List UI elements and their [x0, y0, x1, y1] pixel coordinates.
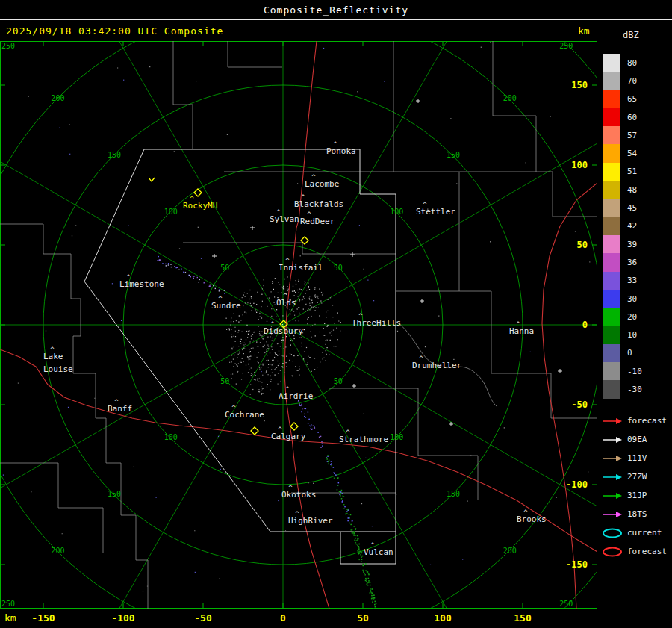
dbz-value: 33 — [627, 276, 637, 285]
legend-row: forecast — [602, 542, 667, 561]
dbz-value: -30 — [627, 385, 642, 394]
dbz-value: 42 — [627, 221, 637, 231]
dbz-colorbar: 807065605754514845423936333020100-10-30 — [603, 54, 642, 399]
dbz-swatch — [603, 72, 620, 90]
city-label: Airdrie — [279, 391, 313, 401]
legend-row: 31JP — [602, 486, 667, 505]
dbz-value: 80 — [627, 58, 637, 68]
range-ring-label: 150 — [108, 490, 121, 498]
dbz-swatch — [603, 253, 620, 271]
dbz-scale-row: 65 — [603, 90, 642, 108]
dbz-scale-row: 48 — [603, 181, 642, 199]
echo-plus-mark — [558, 369, 562, 373]
dbz-scale-row: 30 — [603, 290, 642, 308]
track-arrow-icon — [602, 491, 623, 501]
radar-canvas[interactable]: ^^^^^^^^^^^^^^^^^^^^^^^^^505050501001001… — [0, 41, 597, 609]
dbz-swatch — [603, 272, 620, 290]
y-axis-unit: km — [578, 25, 590, 37]
city-label: Didsbury — [264, 326, 303, 336]
track-arrow-icon — [602, 453, 623, 464]
dbz-scale-row: 51 — [603, 163, 642, 181]
y-axis-label: 0 — [582, 320, 588, 330]
dbz-value: 65 — [627, 94, 637, 104]
city-label: RockyMH — [183, 201, 217, 211]
header-row: 2025/09/18 03:42:00 UTC Composite km — [0, 21, 672, 40]
range-ring-label: 150 — [447, 490, 460, 498]
dbz-swatch — [603, 54, 620, 72]
city-label: Cochrane — [225, 410, 264, 420]
range-ring-label: 150 — [108, 151, 121, 159]
range-ring-label: 100 — [164, 433, 178, 441]
legend-row: 18TS — [602, 505, 667, 523]
range-ring-label: 250 — [559, 42, 573, 50]
city-label: Limestone — [119, 279, 164, 289]
dbz-value: 39 — [627, 240, 637, 249]
city-label: Olds — [276, 298, 296, 308]
legend-row: forecast — [602, 411, 667, 430]
dbz-value: 48 — [627, 185, 637, 195]
storm-ellipse-icon — [602, 547, 623, 557]
track-arrow-icon — [602, 472, 623, 482]
legend-row: current — [602, 523, 667, 542]
dbz-scale-row: 36 — [603, 253, 642, 271]
dbz-value: 30 — [627, 294, 637, 304]
range-ring-label: 200 — [503, 547, 517, 555]
storm-ellipse-icon — [602, 528, 623, 538]
range-ring-label: 50 — [334, 377, 343, 385]
x-axis: km -150-100-50050100150 — [0, 609, 597, 628]
city-label: Lacombe — [305, 179, 339, 189]
dbz-swatch — [603, 126, 620, 144]
y-axis-label: 150 — [571, 80, 588, 90]
city-label: Calgary — [271, 432, 306, 441]
x-axis-label: -150 — [31, 612, 55, 624]
dbz-swatch — [603, 144, 620, 162]
echo-plus-mark — [420, 299, 424, 303]
dbz-value: 60 — [627, 113, 637, 122]
echo-plus-mark — [350, 252, 355, 257]
legend-row: 09EA — [602, 430, 667, 449]
dbz-scale-row: 45 — [603, 199, 642, 217]
dbz-value: 45 — [627, 203, 637, 213]
city-label: Ponoka — [326, 146, 356, 156]
radar-plot[interactable]: ^^^^^^^^^^^^^^^^^^^^^^^^^505050501001001… — [0, 41, 597, 609]
coverage-outline-layer — [84, 149, 396, 564]
x-axis-label: -50 — [194, 612, 211, 624]
range-ring-label: 100 — [164, 208, 178, 216]
y-axis-label: 100 — [571, 160, 588, 170]
dbz-swatch — [603, 344, 620, 362]
dbz-swatch — [603, 380, 620, 398]
dbz-scale-row: 10 — [603, 326, 642, 343]
track-arrow-icon — [602, 435, 623, 445]
dbz-scale-row: 0 — [603, 344, 642, 362]
legend-label: 31JP — [627, 491, 647, 500]
dbz-scale-row: 39 — [603, 235, 642, 253]
dbz-value: 10 — [627, 330, 637, 340]
legend-label: 09EA — [627, 435, 647, 444]
window-title: Composite_Reflectivity — [0, 0, 672, 20]
range-ring-label: 50 — [220, 377, 229, 385]
dbz-scale-row: 57 — [603, 126, 642, 144]
x-axis-label: 50 — [357, 612, 369, 624]
range-ring-label: 200 — [51, 94, 64, 102]
dbz-value: 54 — [627, 149, 637, 158]
dbz-scale-row: 80 — [603, 54, 642, 72]
city-label: Sundre — [211, 301, 241, 311]
echo-plus-mark — [352, 384, 356, 388]
city-label: Brooks — [517, 514, 547, 524]
city-label: Okotoks — [281, 490, 316, 500]
city-label: Banff — [108, 404, 132, 414]
legend-label: 27ZW — [627, 472, 647, 482]
dbz-swatch — [603, 163, 620, 181]
legend: forecast09EA111V27ZW31JP18TScurrentforec… — [602, 411, 667, 561]
dbz-swatch — [603, 217, 620, 235]
range-ring-label: 50 — [220, 264, 229, 272]
dbz-scale-row: -30 — [603, 380, 642, 398]
radar-site-icon — [194, 189, 202, 196]
dbz-swatch — [603, 308, 620, 326]
range-ring-label: 100 — [390, 208, 403, 216]
dbz-value: 0 — [627, 348, 632, 358]
radar-site-icon — [251, 427, 258, 435]
dbz-value: 51 — [627, 167, 637, 176]
dbz-scale-row: 42 — [603, 217, 642, 235]
dbz-swatch — [603, 181, 620, 199]
